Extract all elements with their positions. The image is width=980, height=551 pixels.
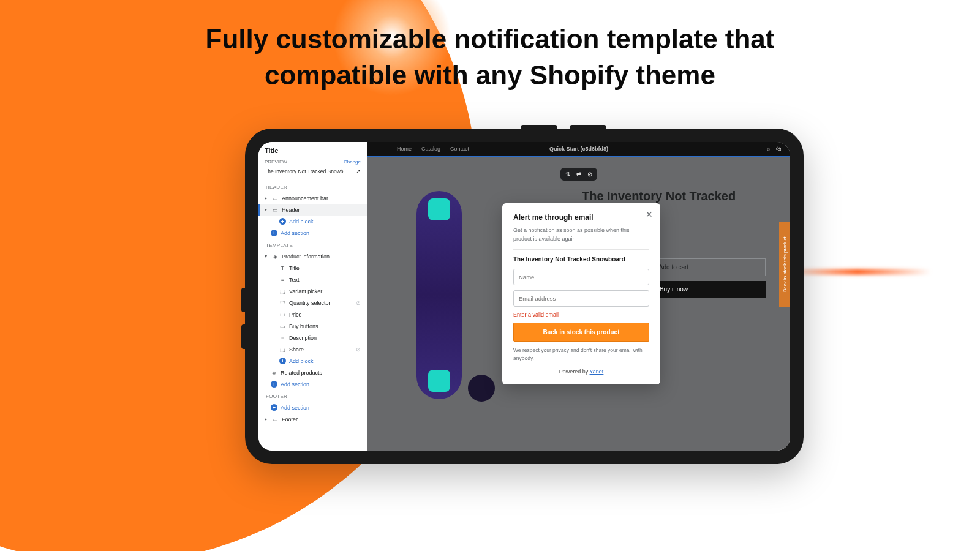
marketing-headline: Fully customizable notification template… [0, 21, 980, 94]
tablet-button [241, 324, 246, 349]
sidebar-item-label: Add block [289, 358, 314, 364]
section-label-footer: FOOTER [258, 390, 367, 402]
section-icon: ▭ [272, 206, 279, 213]
lines-icon: ≡ [279, 276, 286, 283]
add-section-button[interactable]: +Add section [258, 402, 367, 413]
plus-icon: + [271, 381, 277, 388]
nav-home[interactable]: Home [397, 146, 412, 152]
section-toolbar[interactable]: ⇅ ⇄ ⊘ [560, 168, 597, 181]
add-block-button[interactable]: +Add block [258, 355, 367, 367]
divider [513, 249, 649, 250]
sidebar-item-title[interactable]: TTitle [258, 262, 367, 274]
preview-label: PREVIEW [265, 159, 287, 165]
tablet-button [570, 125, 606, 130]
sidebar-item-announcement[interactable]: ▸ ▭ Announcement bar [258, 192, 367, 204]
submit-button[interactable]: Back in stock this product [513, 323, 649, 342]
product-image[interactable] [417, 191, 462, 399]
sidebar-item-price[interactable]: ⬚Price [258, 309, 367, 320]
store-name: Quick Start (c5d6bfd8) [549, 146, 608, 152]
sidebar-item-label: Title [289, 265, 300, 271]
section-icon: ▭ [272, 416, 279, 422]
lines-icon: ≡ [279, 334, 286, 341]
nav-catalog[interactable]: Catalog [421, 146, 440, 152]
sidebar-item-label: Announcement bar [282, 195, 328, 201]
sidebar-item-footer[interactable]: ▸▭Footer [258, 413, 367, 425]
sidebar-item-label: Variant picker [289, 288, 322, 294]
sidebar-item-variant[interactable]: ⬚Variant picker [258, 285, 367, 297]
product-thumbnail[interactable] [468, 375, 495, 402]
email-input[interactable] [513, 290, 649, 307]
chevron-right-icon: ▸ [265, 195, 269, 201]
sidebar-item-header[interactable]: ▾ ▭ Header [258, 204, 367, 216]
sidebar-item-label: Buy buttons [289, 323, 318, 329]
sidebar-item-description[interactable]: ≡Description [258, 332, 367, 343]
search-icon[interactable]: ⌕ [767, 146, 770, 152]
sidebar-item-quantity[interactable]: ⬚Quantity selector⊘ [258, 297, 367, 309]
tag-icon: ◈ [272, 253, 279, 260]
sidebar-item-label: Product information [282, 253, 330, 260]
sidebar-item-label: Add section [281, 405, 309, 411]
name-input[interactable] [513, 269, 649, 285]
hide-icon[interactable]: ⊘ [587, 171, 592, 178]
block-icon: ⬚ [279, 311, 286, 318]
back-in-stock-tab[interactable]: Back in stock this product [779, 222, 790, 307]
section-icon: ▭ [272, 195, 279, 201]
text-icon: T [279, 264, 286, 271]
tag-icon: ◈ [271, 369, 277, 376]
plus-icon: + [279, 218, 286, 225]
chevron-down-icon: ▾ [265, 207, 269, 212]
sidebar-item-label: Related products [281, 370, 322, 376]
privacy-note: We respect your privacy and don't share … [513, 347, 649, 362]
theme-preview: ⊞ Header Home Catalog Contact Quick Star… [368, 142, 790, 451]
move-icon[interactable]: ⇅ [565, 171, 570, 178]
preview-product-name: The Inventory Not Tracked Snowb... [265, 168, 348, 174]
sidebar-item-label: Text [289, 277, 300, 283]
plus-icon: + [271, 230, 277, 236]
hidden-icon[interactable]: ⊘ [356, 347, 361, 353]
block-icon: ⬚ [279, 288, 286, 294]
sidebar-item-product-info[interactable]: ▾ ◈ Product information [258, 250, 367, 262]
tablet-button [521, 125, 557, 130]
chevron-down-icon: ▾ [265, 253, 269, 259]
change-link[interactable]: Change [344, 159, 361, 165]
card-icon: ▭ [279, 323, 286, 329]
block-icon: ⬚ [279, 346, 286, 353]
settings-icon[interactable]: ⇄ [576, 171, 581, 178]
back-in-stock-modal: ✕ Alert me through email Get a notificat… [502, 203, 660, 384]
store-topbar: Home Catalog Contact Quick Start (c5d6bf… [368, 142, 790, 156]
sidebar-item-label: Share [289, 347, 304, 353]
nav-contact[interactable]: Contact [450, 146, 469, 152]
template-name: Title [258, 142, 367, 159]
sidebar-item-buy[interactable]: ▭Buy buttons [258, 320, 367, 332]
chevron-right-icon: ▸ [265, 416, 269, 422]
section-label-template: TEMPLATE [258, 239, 367, 250]
plus-icon: + [271, 404, 277, 411]
editor-sidebar: Title PREVIEW Change The Inventory Not T… [258, 142, 368, 451]
sidebar-item-share[interactable]: ⬚Share⊘ [258, 343, 367, 355]
add-section-button[interactable]: + Add section [258, 227, 367, 239]
sidebar-item-text[interactable]: ≡Text [258, 274, 367, 285]
add-section-button[interactable]: +Add section [258, 378, 367, 390]
sidebar-item-label: Description [289, 335, 317, 341]
modal-title: Alert me through email [513, 213, 649, 222]
brand-link[interactable]: Yanet [590, 369, 604, 375]
cart-icon[interactable]: 🛍 [776, 146, 782, 152]
sidebar-item-label: Add block [289, 219, 314, 225]
sidebar-item-label: Footer [282, 416, 298, 422]
section-label-header: HEADER [258, 181, 367, 192]
close-icon[interactable]: ✕ [646, 209, 653, 219]
hidden-icon[interactable]: ⊘ [356, 300, 361, 306]
light-streak [784, 269, 931, 274]
sidebar-item-related[interactable]: ◈Related products [258, 367, 367, 378]
sidebar-item-label: Price [289, 312, 302, 318]
tablet-screen: Title PREVIEW Change The Inventory Not T… [258, 142, 790, 451]
modal-product-name: The Inventory Not Tracked Snowboard [513, 256, 649, 263]
block-icon: ⬚ [279, 299, 286, 306]
sidebar-item-label: Quantity selector [289, 300, 331, 306]
sidebar-item-label: Add section [281, 230, 309, 236]
add-block-button[interactable]: + Add block [258, 216, 367, 227]
sidebar-item-label: Header [282, 207, 300, 213]
external-link-icon[interactable]: ↗ [356, 168, 361, 174]
modal-subtitle: Get a notification as soon as possible w… [513, 227, 649, 243]
selection-outline [368, 156, 790, 157]
